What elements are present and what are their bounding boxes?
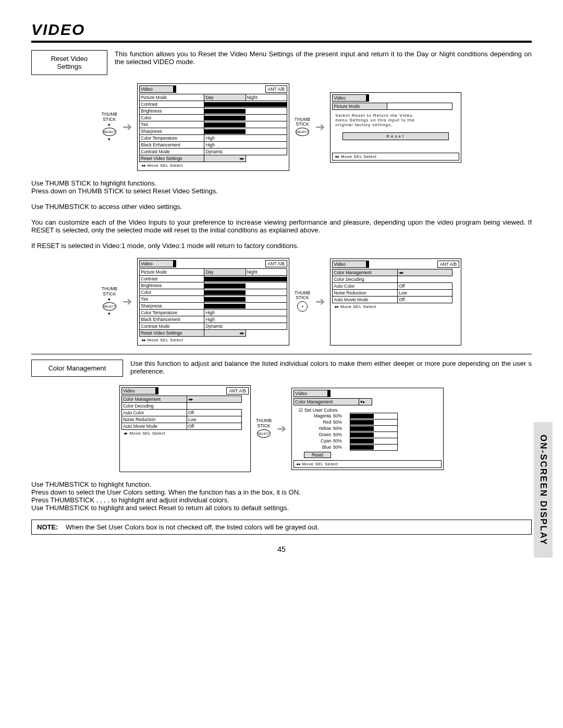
divider [31,354,532,354]
figure-row-2: THUMBSTICK ▴SELECT▾ ➔ Video ANT A/B Pict… [31,258,532,346]
page-number: 45 [31,545,532,553]
color-mgmt-header: Color Management Use this function to ad… [31,360,532,377]
instruction-text-2: Use THUMBSTICK to highlight function. Pr… [31,480,532,512]
side-tab: ON-SCREEN DISPLAY [534,422,553,558]
reset-colors-button[interactable]: Reset [304,452,331,458]
color-mgmt-label: Color Management [31,360,123,377]
thumbstick-icon: THUMBSTICK ▴SELECT▾ [102,287,117,316]
arrow-right-icon: ➔ [315,120,325,134]
arrow-right-icon: ➔ [277,422,286,436]
arrow-right-icon: ➔ [123,120,132,134]
reset-video-header: Reset Video Settings This function allow… [31,50,532,75]
osd-reset-dialog: Video Picture Mode Select Reset to Retur… [330,92,461,163]
note-box: NOTE: When the Set User Colors box is no… [31,520,532,535]
figure-row-3: Video ANT A/B Color Management◂▸Color De… [31,385,532,472]
osd-user-colors: Video Color Management▾▸ Set User Colors… [291,388,444,470]
osd-video-menu: Video ANT A/B Picture ModeDayNightContra… [137,83,289,171]
thumbstick-icon: THUMBSTICK ▾ [295,291,310,313]
osd-video-menu-2: Video ANT A/B Picture ModeDayNightContra… [137,258,289,346]
osd-color-menu-2: Video ANT A/B Color Management◂▸Color De… [119,385,251,472]
title-rule [31,41,532,43]
figure-row-1: THUMBSTICK ▴SELECT▾ ➔ Video ANT A/B Pict… [31,83,532,171]
thumbstick-icon: THUMBSTICK SELECT [295,117,310,138]
page-title: VIDEO [31,21,532,39]
reset-button[interactable]: Reset [342,132,449,140]
reset-video-desc: This function allows you to Reset the Vi… [115,50,532,66]
arrow-right-icon: ➔ [123,295,132,309]
arrow-right-icon: ➔ [315,295,325,309]
instruction-text: Use THUMB STICK to highlight functions. … [31,179,532,250]
osd-color-menu: Video ANT A/B Color Management◂▸Color De… [330,258,461,346]
thumbstick-icon: THUMBSTICK SELECT [256,418,272,439]
thumbstick-icon: THUMBSTICK ▴SELECT▾ [102,112,117,142]
reset-video-label: Reset Video Settings [31,50,107,75]
color-mgmt-desc: Use this function to adjust and balance … [130,360,532,375]
